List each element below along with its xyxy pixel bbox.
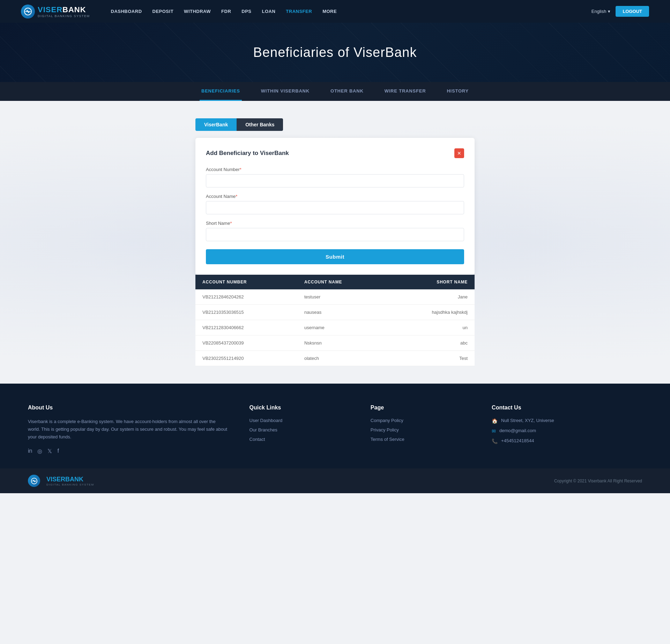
footer-link-terms-of-service[interactable]: Terms of Service bbox=[371, 437, 471, 442]
footer-tagline: DIGITAL BANKING SYSTEM bbox=[46, 483, 94, 486]
instagram-icon[interactable]: ◎ bbox=[37, 448, 42, 454]
footer-link-company-policy[interactable]: Company Policy bbox=[371, 418, 471, 423]
nav-transfer[interactable]: TRANSFER bbox=[286, 9, 312, 14]
submit-button[interactable]: Submit bbox=[206, 249, 464, 264]
short-name-label: Short Name* bbox=[206, 221, 464, 226]
footer-link-user-dashboard[interactable]: User Dashboard bbox=[250, 418, 350, 423]
twitter-icon[interactable]: 𝕏 bbox=[47, 448, 52, 454]
contact-address-text: Null Street, XYZ, Universe bbox=[501, 418, 554, 423]
short-name-group: Short Name* bbox=[206, 221, 464, 241]
cell-short-name: Test bbox=[388, 351, 475, 366]
footer-social: in ◎ 𝕏 f bbox=[28, 448, 229, 454]
sub-navbar: BENEFICIARIES WITHIN VISERBANK OTHER BAN… bbox=[0, 82, 670, 101]
contact-phone: 📞 +454512418544 bbox=[492, 438, 642, 444]
toggle-buttons: ViserBank Other Banks bbox=[195, 118, 475, 131]
add-beneficiary-form-card: Add Beneficiary to ViserBank ✕ Account N… bbox=[195, 138, 475, 275]
logout-button[interactable]: Logout bbox=[616, 6, 649, 17]
nav-dps[interactable]: DPS bbox=[241, 9, 251, 14]
nav-right: English ▾ Logout bbox=[591, 6, 649, 17]
table-body: VB21212846204262 testuser Jane VB2121035… bbox=[195, 289, 475, 366]
contact-address: 🏠 Null Street, XYZ, Universe bbox=[492, 418, 642, 424]
footer-about-text: Viserbank is a complete e-Banking system… bbox=[28, 418, 229, 441]
table-row: VB23022551214920 olatech Test bbox=[195, 351, 475, 366]
sub-nav-wire-transfer[interactable]: WIRE TRANSFER bbox=[383, 82, 428, 101]
facebook-icon[interactable]: f bbox=[57, 448, 59, 454]
form-card-title: Add Beneficiary to ViserBank bbox=[206, 150, 289, 157]
logo-icon bbox=[21, 5, 35, 18]
account-number-group: Account Number* bbox=[206, 167, 464, 187]
account-number-label: Account Number* bbox=[206, 167, 464, 172]
footer-page: Page Company Policy Privacy Policy Terms… bbox=[371, 405, 471, 454]
navbar: VISERBANK DIGITAL BANKING SYSTEM DASHBOA… bbox=[0, 0, 670, 23]
footer-quick-links-title: Quick Links bbox=[250, 405, 350, 411]
logo[interactable]: VISERBANK DIGITAL BANKING SYSTEM bbox=[21, 5, 90, 18]
footer-bottom: VISERBANK DIGITAL BANKING SYSTEM Copyrig… bbox=[0, 468, 670, 493]
close-button[interactable]: ✕ bbox=[454, 148, 464, 158]
brand-name: VISERBANK bbox=[38, 5, 90, 14]
cell-account-name: nauseas bbox=[297, 305, 388, 320]
footer-link-privacy-policy[interactable]: Privacy Policy bbox=[371, 427, 471, 432]
linkedin-icon[interactable]: in bbox=[28, 448, 32, 454]
language-selector[interactable]: English ▾ bbox=[591, 9, 611, 14]
table-row: VB21212846204262 testuser Jane bbox=[195, 289, 475, 305]
footer-contact-title: Contact Us bbox=[492, 405, 642, 411]
account-name-label: Account Name* bbox=[206, 194, 464, 199]
cell-account-number: VB22085437200039 bbox=[195, 335, 297, 351]
logo-text: VISERBANK DIGITAL BANKING SYSTEM bbox=[38, 5, 90, 18]
nav-loan[interactable]: LOAN bbox=[262, 9, 276, 14]
chevron-down-icon: ▾ bbox=[608, 9, 610, 14]
sub-nav-beneficiaries[interactable]: BENEFICIARIES bbox=[200, 82, 242, 101]
sub-nav-history[interactable]: HISTORY bbox=[445, 82, 470, 101]
hero-section: Beneficiaries of ViserBank bbox=[0, 23, 670, 82]
other-banks-toggle-button[interactable]: Other Banks bbox=[237, 118, 283, 131]
short-name-input[interactable] bbox=[206, 228, 464, 241]
footer-logo-icon bbox=[28, 475, 40, 487]
table-row: VB22085437200039 Nsksnsn abc bbox=[195, 335, 475, 351]
table-row: VB21212830406662 username un bbox=[195, 320, 475, 335]
footer-copyright: Copyright © 2021 Viserbank All Right Res… bbox=[554, 479, 642, 483]
table-header-row: ACCOUNT NUMBER ACCOUNT NAME SHORT NAME bbox=[195, 275, 475, 289]
phone-icon: 📞 bbox=[492, 438, 498, 444]
page-title: Beneficiaries of ViserBank bbox=[253, 45, 417, 60]
account-name-input[interactable] bbox=[206, 201, 464, 214]
footer-brand-text: VISERBANK DIGITAL BANKING SYSTEM bbox=[46, 476, 94, 486]
footer-link-our-branches[interactable]: Our Branches bbox=[250, 427, 350, 432]
cell-short-name: abc bbox=[388, 335, 475, 351]
sub-nav-within-viserbank[interactable]: WITHIN VISERBANK bbox=[259, 82, 311, 101]
content-wrapper: ViserBank Other Banks Add Beneficiary to… bbox=[195, 118, 475, 366]
footer-logo: VISERBANK DIGITAL BANKING SYSTEM bbox=[28, 475, 94, 487]
col-short-name: SHORT NAME bbox=[388, 275, 475, 289]
form-card-header: Add Beneficiary to ViserBank ✕ bbox=[206, 148, 464, 158]
viserbank-toggle-button[interactable]: ViserBank bbox=[195, 118, 237, 131]
footer-page-title: Page bbox=[371, 405, 471, 411]
sub-nav-other-bank[interactable]: OTHER BANK bbox=[329, 82, 365, 101]
table-row: VB21210353036515 nauseas hajsdhka kajhsk… bbox=[195, 305, 475, 320]
nav-fdr[interactable]: FDR bbox=[221, 9, 231, 14]
footer: About Us Viserbank is a complete e-Banki… bbox=[0, 384, 670, 493]
contact-email: ✉ demo@gmail.com bbox=[492, 428, 642, 434]
nav-more[interactable]: MORE bbox=[322, 9, 337, 14]
footer-link-contact[interactable]: Contact bbox=[250, 437, 350, 442]
email-icon: ✉ bbox=[492, 428, 496, 434]
footer-quick-links: Quick Links User Dashboard Our Branches … bbox=[250, 405, 350, 454]
cell-account-name: Nsksnsn bbox=[297, 335, 388, 351]
account-number-input[interactable] bbox=[206, 174, 464, 187]
cell-account-number: VB21210353036515 bbox=[195, 305, 297, 320]
cell-account-name: testuser bbox=[297, 289, 388, 305]
col-account-number: ACCOUNT NUMBER bbox=[195, 275, 297, 289]
footer-contact: Contact Us 🏠 Null Street, XYZ, Universe … bbox=[492, 405, 642, 454]
cell-account-number: VB21212846204262 bbox=[195, 289, 297, 305]
account-name-group: Account Name* bbox=[206, 194, 464, 214]
cell-account-number: VB21212830406662 bbox=[195, 320, 297, 335]
address-icon: 🏠 bbox=[492, 418, 498, 424]
footer-about-title: About Us bbox=[28, 405, 229, 411]
nav-deposit[interactable]: DEPOSIT bbox=[152, 9, 174, 14]
cell-account-name: username bbox=[297, 320, 388, 335]
nav-withdraw[interactable]: WITHDRAW bbox=[184, 9, 211, 14]
contact-phone-text: +454512418544 bbox=[501, 438, 534, 443]
nav-dashboard[interactable]: DASHBOARD bbox=[111, 9, 142, 14]
col-account-name: ACCOUNT NAME bbox=[297, 275, 388, 289]
beneficiaries-table: ACCOUNT NUMBER ACCOUNT NAME SHORT NAME V… bbox=[195, 275, 475, 366]
cell-account-name: olatech bbox=[297, 351, 388, 366]
cell-short-name: Jane bbox=[388, 289, 475, 305]
